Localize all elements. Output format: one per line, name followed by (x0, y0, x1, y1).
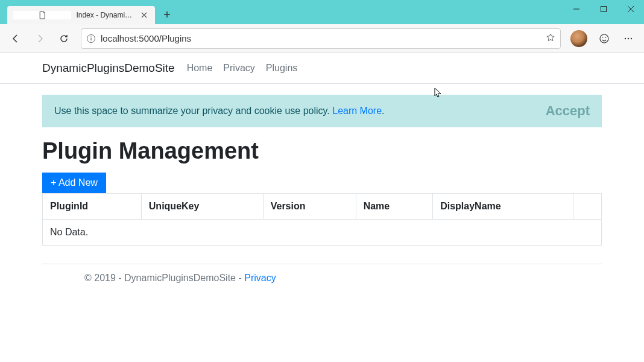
learn-more-link[interactable]: Learn More (332, 106, 382, 116)
back-button[interactable] (5, 28, 27, 49)
accept-button[interactable]: Accept (546, 103, 590, 119)
svg-rect-0 (601, 7, 606, 12)
tab-close-icon[interactable] (139, 10, 149, 20)
svg-point-7 (628, 37, 629, 39)
add-new-button[interactable]: + Add New (42, 173, 106, 193)
th-uniquekey: UniqueKey (141, 194, 263, 220)
forward-button[interactable] (29, 28, 51, 49)
site-info-icon[interactable] (86, 34, 96, 43)
menu-button[interactable] (617, 28, 639, 49)
svg-point-8 (631, 37, 632, 39)
profile-avatar[interactable] (570, 30, 587, 47)
browser-titlebar: Index - DynamicPluginsDemoSite (0, 0, 644, 24)
cookie-banner: Use this space to summarize your privacy… (42, 95, 602, 127)
nav-link-plugins[interactable]: Plugins (266, 63, 297, 74)
url-input[interactable] (101, 33, 541, 43)
address-bar[interactable] (81, 28, 561, 49)
plugins-table: PluginId UniqueKey Version Name DisplayN… (42, 193, 602, 246)
page-title: Plugin Management (42, 138, 602, 164)
svg-point-5 (605, 37, 607, 38)
th-displayname: DisplayName (433, 194, 573, 220)
svg-point-3 (600, 34, 608, 43)
nav-link-home[interactable]: Home (187, 63, 213, 74)
tab-title: Index - DynamicPluginsDemoSite (76, 11, 134, 19)
page-content: DynamicPluginsDemoSite Home Privacy Plug… (0, 53, 644, 362)
feedback-icon[interactable] (593, 28, 615, 49)
window-maximize-button[interactable] (590, 0, 617, 18)
empty-cell: No Data. (43, 220, 602, 246)
th-actions (573, 194, 602, 220)
page-icon (13, 11, 71, 19)
refresh-button[interactable] (53, 28, 75, 49)
browser-toolbar (0, 24, 644, 53)
brand-link[interactable]: DynamicPluginsDemoSite (42, 62, 175, 75)
cookie-banner-text: Use this space to summarize your privacy… (54, 106, 385, 116)
window-minimize-button[interactable] (563, 0, 590, 18)
th-name: Name (356, 194, 433, 220)
browser-tab[interactable]: Index - DynamicPluginsDemoSite (7, 6, 155, 24)
svg-point-6 (625, 37, 626, 39)
th-version: Version (263, 194, 356, 220)
table-row-empty: No Data. (43, 220, 602, 246)
site-navbar: DynamicPluginsDemoSite Home Privacy Plug… (0, 53, 644, 84)
nav-link-privacy[interactable]: Privacy (223, 63, 254, 74)
window-close-button[interactable] (617, 0, 644, 18)
th-pluginid: PluginId (43, 194, 142, 220)
footer-privacy-link[interactable]: Privacy (244, 273, 276, 283)
favorite-icon[interactable] (546, 33, 555, 45)
svg-point-2 (90, 36, 92, 37)
new-tab-button[interactable] (159, 6, 175, 23)
svg-point-4 (602, 37, 604, 38)
site-footer: © 2019 - DynamicPluginsDemoSite - Privac… (42, 264, 602, 292)
